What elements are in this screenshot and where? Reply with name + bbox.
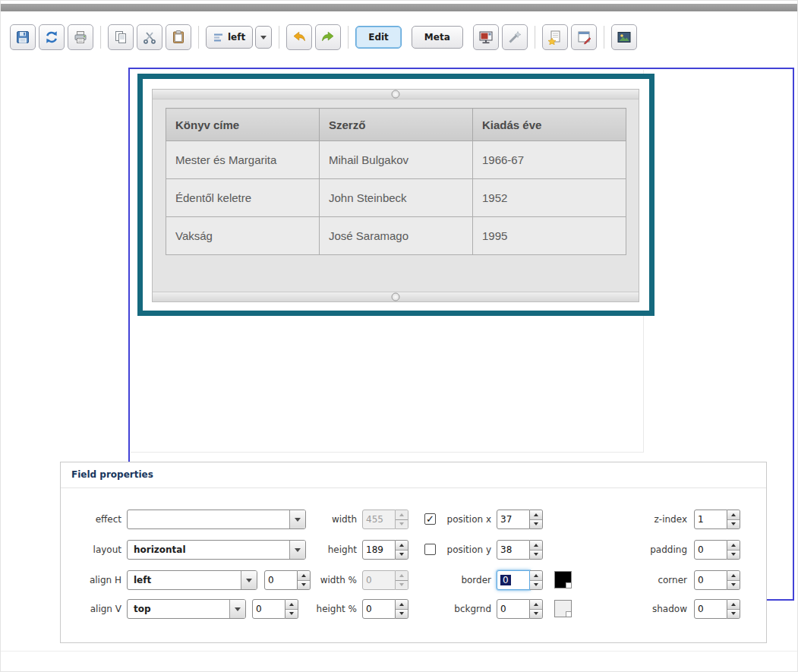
- table-field-widget[interactable]: Könyv címe Szerző Kiadás éve Mester és M…: [152, 89, 639, 302]
- align-h-dropdown-button[interactable]: [241, 571, 257, 589]
- refresh-button[interactable]: [39, 24, 65, 50]
- width-auto-checkbox[interactable]: [424, 513, 436, 525]
- spin-down-button[interactable]: [530, 581, 542, 590]
- border-color-swatch[interactable]: [554, 571, 572, 588]
- height-pct-input[interactable]: 0: [362, 599, 396, 619]
- paste-button[interactable]: [166, 24, 191, 50]
- bckgrnd-spinner[interactable]: 0: [497, 599, 543, 619]
- tools-button[interactable]: [502, 24, 528, 50]
- shadow-input[interactable]: 0: [694, 599, 727, 619]
- align-v-dropdown[interactable]: top: [127, 599, 246, 619]
- edit-page-button[interactable]: [571, 24, 597, 50]
- spin-up-button[interactable]: [530, 600, 542, 610]
- bckgrnd-input[interactable]: 0: [497, 599, 530, 619]
- position-x-spinner[interactable]: 37: [497, 510, 543, 529]
- spin-up-button[interactable]: [727, 600, 740, 610]
- border-input[interactable]: 0: [497, 570, 530, 590]
- spin-down-button[interactable]: [727, 610, 740, 619]
- bckgrnd-color-swatch[interactable]: [554, 600, 572, 617]
- spin-down-button[interactable]: [396, 551, 408, 560]
- field-properties-panel: Field properties effect layout align H a…: [60, 462, 767, 643]
- width-pct-input[interactable]: 0: [362, 570, 396, 590]
- position-y-input[interactable]: 38: [497, 540, 530, 560]
- width-input[interactable]: 455: [362, 510, 396, 529]
- height-label: height: [302, 540, 357, 560]
- spin-up-button[interactable]: [396, 510, 408, 520]
- align-v-dropdown-button[interactable]: [229, 600, 245, 618]
- height-input[interactable]: 189: [362, 540, 396, 560]
- meta-tab-button[interactable]: Meta: [412, 26, 463, 49]
- height-spinner[interactable]: 189: [362, 540, 408, 560]
- spin-down-icon: [399, 583, 404, 586]
- align-v-offset-input[interactable]: 0: [252, 599, 285, 619]
- print-button[interactable]: [68, 24, 93, 50]
- spin-down-button[interactable]: [396, 520, 408, 529]
- copy-button[interactable]: [108, 24, 134, 50]
- effect-dropdown[interactable]: [127, 510, 306, 529]
- height-auto-checkbox[interactable]: [424, 544, 436, 555]
- spin-up-button[interactable]: [727, 541, 740, 551]
- book-table[interactable]: Könyv címe Szerző Kiadás éve Mester és M…: [166, 108, 626, 255]
- spin-down-button[interactable]: [727, 551, 740, 560]
- z-index-spinner[interactable]: 1: [694, 510, 740, 529]
- layout-dropdown[interactable]: horizontal: [127, 540, 306, 560]
- table-header-cell: Szerző: [320, 109, 473, 141]
- meta-tab-label: Meta: [424, 32, 450, 43]
- position-x-label: position x: [438, 510, 491, 529]
- width-pct-label: width %: [300, 570, 357, 590]
- align-dropdown[interactable]: left: [206, 26, 272, 49]
- width-pct-spinner[interactable]: 0: [362, 570, 408, 590]
- spin-up-icon: [289, 603, 294, 606]
- cut-button[interactable]: [137, 24, 162, 50]
- new-page-button[interactable]: [542, 24, 568, 50]
- width-spinner[interactable]: 455: [362, 510, 408, 529]
- edit-tab-button[interactable]: Edit: [355, 26, 402, 49]
- spin-down-button[interactable]: [396, 610, 408, 619]
- align-v-offset-spinner[interactable]: 0: [252, 599, 298, 619]
- spin-up-button[interactable]: [396, 571, 408, 581]
- align-dropdown-value-box[interactable]: left: [206, 26, 253, 49]
- corner-value: 0: [698, 575, 704, 585]
- corner-input[interactable]: 0: [694, 570, 727, 590]
- position-y-spinner[interactable]: 38: [497, 540, 543, 560]
- spin-down-button[interactable]: [530, 551, 542, 560]
- resize-handle-bottom[interactable]: [392, 293, 400, 301]
- undo-button[interactable]: [286, 24, 312, 50]
- spin-up-button[interactable]: [396, 600, 408, 610]
- align-h-offset-input[interactable]: 0: [264, 570, 298, 590]
- save-button[interactable]: [10, 24, 36, 50]
- spin-down-button[interactable]: [396, 581, 408, 590]
- spin-up-button[interactable]: [727, 571, 740, 581]
- shadow-spinner[interactable]: 0: [694, 599, 740, 619]
- spin-up-button[interactable]: [530, 571, 542, 581]
- image-button[interactable]: [611, 24, 637, 50]
- shadow-value: 0: [698, 604, 704, 614]
- corner-spinner[interactable]: 0: [694, 570, 740, 590]
- spin-up-button[interactable]: [530, 510, 542, 520]
- redo-button[interactable]: [315, 24, 341, 50]
- spin-up-button[interactable]: [396, 541, 408, 551]
- align-h-dropdown[interactable]: left: [127, 570, 257, 590]
- preview-button[interactable]: [473, 24, 499, 50]
- spin-down-button[interactable]: [727, 581, 740, 590]
- border-spinner[interactable]: 0: [497, 570, 543, 590]
- table-cell: John Steinbeck: [320, 179, 473, 217]
- spin-down-button[interactable]: [530, 520, 542, 529]
- spin-up-button[interactable]: [530, 541, 542, 551]
- dropdown-arrow-icon: [295, 518, 301, 522]
- spin-up-button[interactable]: [727, 510, 740, 520]
- window-title-strip: [1, 4, 797, 11]
- height-pct-spinner[interactable]: 0: [362, 599, 408, 619]
- padding-spinner[interactable]: 0: [694, 540, 740, 560]
- align-dropdown-arrow-button[interactable]: [255, 26, 272, 49]
- padding-input[interactable]: 0: [694, 540, 727, 560]
- position-x-input[interactable]: 37: [497, 510, 530, 529]
- spin-down-icon: [731, 612, 736, 615]
- table-cell: Mester és Margarita: [166, 141, 320, 179]
- spin-down-button[interactable]: [727, 520, 740, 529]
- spin-down-button[interactable]: [530, 610, 542, 619]
- field-selection-outline[interactable]: Könyv címe Szerző Kiadás éve Mester és M…: [137, 74, 654, 316]
- toolbar-separator: [535, 26, 536, 49]
- resize-handle-top[interactable]: [392, 90, 400, 99]
- z-index-input[interactable]: 1: [694, 510, 727, 529]
